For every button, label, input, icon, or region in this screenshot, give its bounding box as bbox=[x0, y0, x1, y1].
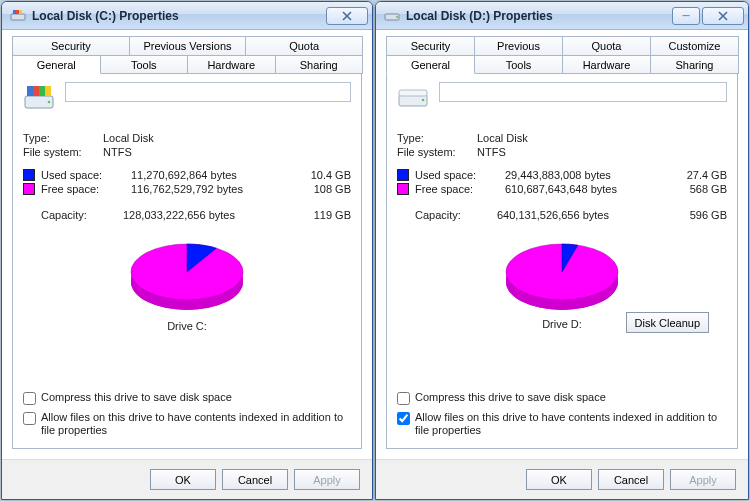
free-bytes: 116,762,529,792 bytes bbox=[111, 183, 299, 195]
cancel-button[interactable]: Cancel bbox=[598, 469, 664, 490]
capacity-gb: 596 GB bbox=[675, 209, 727, 221]
tab-general[interactable]: General bbox=[12, 55, 101, 74]
svg-rect-7 bbox=[39, 86, 45, 96]
free-color-swatch bbox=[23, 183, 35, 195]
separator bbox=[23, 229, 351, 230]
window-title: Local Disk (D:) Properties bbox=[406, 9, 670, 23]
svg-rect-8 bbox=[45, 86, 51, 96]
compress-label[interactable]: Compress this drive to save disk space bbox=[415, 391, 727, 404]
volume-name-input[interactable] bbox=[439, 82, 727, 102]
minimize-button[interactable]: ─ bbox=[672, 7, 700, 25]
compress-label[interactable]: Compress this drive to save disk space bbox=[41, 391, 351, 404]
svg-rect-5 bbox=[27, 86, 33, 96]
free-gb: 108 GB bbox=[299, 183, 351, 195]
free-gb: 568 GB bbox=[675, 183, 727, 195]
tab-panel-general: Type:Local Disk File system:NTFS Used sp… bbox=[12, 73, 362, 449]
usage-pie-chart bbox=[117, 238, 257, 318]
filesystem-value: NTFS bbox=[477, 146, 506, 158]
capacity-bytes: 640,131,526,656 bytes bbox=[477, 209, 675, 221]
separator bbox=[23, 338, 351, 339]
tab-quota[interactable]: Quota bbox=[245, 36, 363, 55]
drive-titlebar-icon bbox=[384, 8, 400, 24]
capacity-gb: 119 GB bbox=[299, 209, 351, 221]
tab-row-2: General Tools Hardware Sharing bbox=[12, 55, 362, 74]
svg-rect-3 bbox=[19, 10, 22, 14]
filesystem-label: File system: bbox=[23, 146, 103, 158]
drive-icon bbox=[397, 82, 429, 114]
apply-button[interactable]: Apply bbox=[670, 469, 736, 490]
svg-point-13 bbox=[396, 16, 398, 18]
tab-security[interactable]: Security bbox=[386, 36, 475, 55]
tab-tools[interactable]: Tools bbox=[100, 55, 189, 74]
disk-cleanup-button[interactable]: Disk Cleanup bbox=[626, 312, 709, 333]
drive-label: Drive C: bbox=[23, 320, 351, 332]
tab-panel-general: Type:Local Disk File system:NTFS Used sp… bbox=[386, 73, 738, 449]
dialog-footer: OK Cancel Apply bbox=[2, 459, 372, 499]
separator bbox=[23, 126, 351, 127]
tab-tools[interactable]: Tools bbox=[474, 55, 563, 74]
titlebar[interactable]: Local Disk (C:) Properties bbox=[2, 2, 372, 30]
separator bbox=[397, 200, 727, 201]
cancel-button[interactable]: Cancel bbox=[222, 469, 288, 490]
index-checkbox[interactable] bbox=[23, 412, 36, 425]
drive-titlebar-icon bbox=[10, 8, 26, 24]
compress-checkbox[interactable] bbox=[397, 392, 410, 405]
type-label: Type: bbox=[23, 132, 103, 144]
ok-button[interactable]: OK bbox=[150, 469, 216, 490]
filesystem-value: NTFS bbox=[103, 146, 132, 158]
separator bbox=[397, 336, 727, 337]
tab-row-2: General Tools Hardware Sharing bbox=[386, 55, 738, 74]
compress-checkbox[interactable] bbox=[23, 392, 36, 405]
svg-rect-15 bbox=[399, 90, 427, 96]
apply-button[interactable]: Apply bbox=[294, 469, 360, 490]
separator bbox=[397, 126, 727, 127]
used-color-swatch bbox=[23, 169, 35, 181]
volume-name-input[interactable] bbox=[65, 82, 351, 102]
index-checkbox[interactable] bbox=[397, 412, 410, 425]
index-label[interactable]: Allow files on this drive to have conten… bbox=[415, 411, 727, 437]
used-gb: 27.4 GB bbox=[675, 169, 727, 181]
capacity-bytes: 128,033,222,656 bytes bbox=[103, 209, 299, 221]
tab-security[interactable]: Security bbox=[12, 36, 130, 55]
close-button[interactable] bbox=[326, 7, 368, 25]
svg-point-16 bbox=[422, 99, 425, 102]
drive-icon bbox=[23, 82, 55, 114]
separator bbox=[23, 200, 351, 201]
separator bbox=[397, 229, 727, 230]
tab-quota[interactable]: Quota bbox=[562, 36, 651, 55]
capacity-label: Capacity: bbox=[41, 209, 103, 221]
filesystem-label: File system: bbox=[397, 146, 477, 158]
ok-button[interactable]: OK bbox=[526, 469, 592, 490]
used-bytes: 11,270,692,864 bytes bbox=[111, 169, 299, 181]
index-label[interactable]: Allow files on this drive to have conten… bbox=[41, 411, 351, 437]
used-label: Used space: bbox=[41, 169, 111, 181]
tab-sharing[interactable]: Sharing bbox=[650, 55, 739, 74]
free-label: Free space: bbox=[415, 183, 485, 195]
used-gb: 10.4 GB bbox=[299, 169, 351, 181]
tab-previous-versions[interactable]: Previous Versions bbox=[474, 36, 563, 55]
tab-previous-versions[interactable]: Previous Versions bbox=[129, 36, 247, 55]
svg-rect-6 bbox=[33, 86, 39, 96]
type-value: Local Disk bbox=[103, 132, 154, 144]
dialog-content: Security Previous Versions Quota Customi… bbox=[376, 30, 748, 459]
close-button[interactable] bbox=[702, 7, 744, 25]
usage-pie-chart bbox=[492, 238, 632, 318]
capacity-label: Capacity: bbox=[415, 209, 477, 221]
tab-sharing[interactable]: Sharing bbox=[275, 55, 364, 74]
tab-row-1: Security Previous Versions Quota Customi… bbox=[386, 36, 738, 55]
svg-rect-2 bbox=[16, 10, 19, 14]
used-color-swatch bbox=[397, 169, 409, 181]
free-label: Free space: bbox=[41, 183, 111, 195]
type-label: Type: bbox=[397, 132, 477, 144]
svg-rect-0 bbox=[11, 14, 25, 20]
tab-customize[interactable]: Customize bbox=[650, 36, 739, 55]
tab-hardware[interactable]: Hardware bbox=[562, 55, 651, 74]
free-color-swatch bbox=[397, 183, 409, 195]
dialog-content: Security Previous Versions Quota General… bbox=[2, 30, 372, 459]
type-value: Local Disk bbox=[477, 132, 528, 144]
tab-hardware[interactable]: Hardware bbox=[187, 55, 276, 74]
used-bytes: 29,443,883,008 bytes bbox=[485, 169, 675, 181]
tab-general[interactable]: General bbox=[386, 55, 475, 74]
separator bbox=[23, 163, 351, 164]
titlebar[interactable]: Local Disk (D:) Properties ─ bbox=[376, 2, 748, 30]
